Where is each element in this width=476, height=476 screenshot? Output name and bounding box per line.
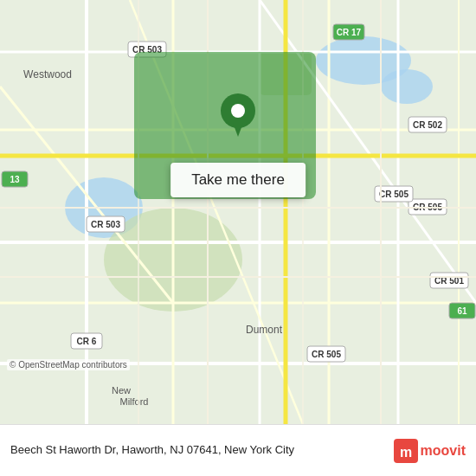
info-bar: Beech St Haworth Dr, Haworth, NJ 07641, … (0, 424, 476, 476)
attribution-text: © OpenStreetMap contributors (7, 359, 130, 370)
svg-text:Westwood: Westwood (23, 68, 72, 80)
svg-text:CR 505: CR 505 (379, 190, 408, 199)
moovit-icon: m (394, 439, 418, 463)
svg-text:CR 505: CR 505 (312, 350, 341, 359)
svg-text:CR 6: CR 6 (77, 337, 97, 346)
moovit-text: moovit (421, 443, 466, 459)
svg-text:m: m (399, 445, 411, 460)
svg-text:61: 61 (457, 306, 467, 316)
svg-text:CR 503: CR 503 (91, 220, 120, 229)
svg-text:13: 13 (10, 175, 20, 184)
svg-text:Milford: Milford (119, 396, 148, 407)
svg-point-3 (381, 69, 433, 104)
map-pin (221, 93, 255, 140)
svg-text:Dumont: Dumont (246, 324, 283, 336)
svg-marker-56 (233, 123, 243, 137)
svg-point-55 (231, 104, 245, 118)
map-container: CR 503 CR 503 CR 17 CR 502 CR 505 CR 505… (0, 0, 476, 424)
take-me-there-button[interactable]: Take me there (170, 163, 306, 197)
moovit-logo[interactable]: m moovit (394, 439, 466, 463)
svg-text:CR 17: CR 17 (337, 28, 362, 37)
svg-text:New: New (112, 385, 131, 396)
address-text: Beech St Haworth Dr, Haworth, NJ 07641, … (10, 443, 394, 458)
svg-text:CR 502: CR 502 (413, 120, 442, 130)
